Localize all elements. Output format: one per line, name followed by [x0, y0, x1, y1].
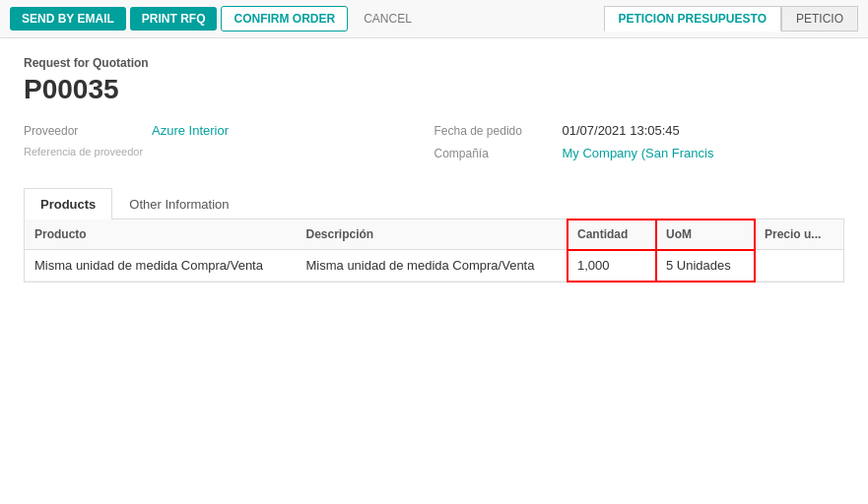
cell-producto: Misma unidad de medida Compra/Venta — [25, 250, 297, 282]
fields-right: Fecha de pedido 01/07/2021 13:05:45 Comp… — [434, 123, 845, 168]
products-table-container: Producto Descripción Cantidad UoM Precio… — [24, 220, 844, 283]
tab-products[interactable]: Products — [24, 188, 112, 220]
col-header-descripcion: Descripción — [297, 220, 568, 250]
field-fecha: Fecha de pedido 01/07/2021 13:05:45 — [434, 123, 845, 138]
compania-value[interactable]: My Company (San Francis — [563, 146, 714, 160]
col-header-uom: UoM — [656, 220, 755, 250]
col-header-cantidad: Cantidad — [568, 220, 656, 250]
print-rfq-button[interactable]: PRINT RFQ — [130, 7, 218, 31]
col-header-producto: Producto — [25, 220, 297, 250]
confirm-order-button[interactable]: CONFIRM ORDER — [221, 6, 348, 32]
col-header-precio: Precio u... — [755, 220, 843, 250]
proveedor-label: Proveedor — [24, 124, 152, 138]
referencia-label: Referencia de proveedor — [24, 146, 152, 158]
tab-other-information[interactable]: Other Information — [112, 188, 245, 220]
document-label: Request for Quotation — [24, 56, 844, 70]
table-row: Misma unidad de medida Compra/Venta Mism… — [25, 250, 843, 282]
toolbar: SEND BY EMAIL PRINT RFQ CONFIRM ORDER CA… — [0, 0, 868, 38]
cell-cantidad: 1,000 — [568, 250, 656, 282]
cancel-button[interactable]: CANCEL — [352, 7, 424, 31]
cell-uom: 5 Unidades — [656, 250, 755, 282]
fields-left: Proveedor Azure Interior Referencia de p… — [24, 123, 434, 168]
fecha-label: Fecha de pedido — [434, 124, 563, 138]
products-table: Producto Descripción Cantidad UoM Precio… — [25, 220, 843, 282]
status-tab-peticion[interactable]: PETICION PRESUPUESTO — [604, 6, 781, 32]
send-email-button[interactable]: SEND BY EMAIL — [10, 7, 126, 31]
fecha-value: 01/07/2021 13:05:45 — [563, 123, 680, 138]
cell-precio — [755, 250, 843, 282]
compania-label: Compañía — [434, 147, 563, 160]
status-tab-peticio[interactable]: PETICIO — [781, 6, 858, 32]
fields-section: Proveedor Azure Interior Referencia de p… — [24, 123, 844, 168]
cell-descripcion: Misma unidad de medida Compra/Venta — [297, 250, 568, 282]
proveedor-value[interactable]: Azure Interior — [152, 123, 229, 138]
table-header-row: Producto Descripción Cantidad UoM Precio… — [25, 220, 843, 250]
main-content: Request for Quotation P00035 Proveedor A… — [0, 38, 868, 300]
field-referencia: Referencia de proveedor — [24, 146, 434, 158]
content-tabs: Products Other Information — [24, 188, 844, 220]
field-proveedor: Proveedor Azure Interior — [24, 123, 434, 138]
field-compania: Compañía My Company (San Francis — [434, 146, 845, 160]
status-tabs: PETICION PRESUPUESTO PETICIO — [604, 6, 859, 32]
document-number: P00035 — [24, 74, 844, 105]
